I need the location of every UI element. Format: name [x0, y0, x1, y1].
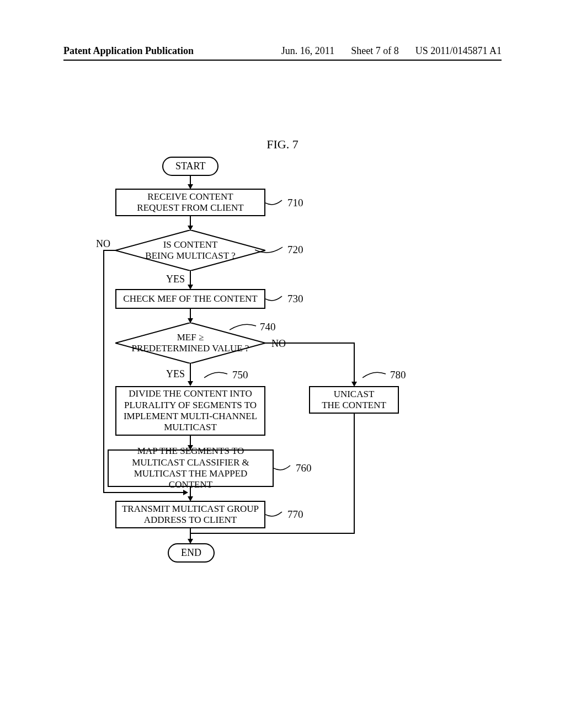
- arrow-line: [190, 436, 191, 446]
- ref-connector: [230, 322, 260, 333]
- no-label: NO: [96, 238, 110, 250]
- process-750: DIVIDE THE CONTENT INTO PLURALITY OF SEG…: [115, 386, 265, 436]
- arrow-line: [354, 414, 355, 534]
- decision-720-text: IS CONTENT BEING MULTICAST ?: [130, 239, 250, 262]
- ref-connector: [274, 463, 296, 474]
- arrow-line: [190, 309, 191, 319]
- arrow-line: [103, 492, 184, 493]
- header-pubno: US 2011/0145871 A1: [415, 45, 502, 57]
- arrow-line: [103, 250, 104, 493]
- ref-720: 720: [287, 244, 303, 256]
- ref-760: 760: [296, 462, 312, 474]
- process-780-text: UNICAST THE CONTENT: [322, 389, 386, 411]
- arrow-line: [190, 487, 191, 497]
- ref-connector: [255, 244, 288, 255]
- ref-770: 770: [287, 508, 303, 521]
- end-node: END: [168, 543, 215, 563]
- ref-connector: [363, 370, 390, 381]
- yes-label: YES: [166, 274, 185, 285]
- process-780: UNICAST THE CONTENT: [309, 386, 399, 414]
- start-node: START: [162, 157, 218, 176]
- ref-780: 780: [390, 369, 406, 381]
- process-710: RECEIVE CONTENT REQUEST FROM CLIENT: [115, 189, 265, 216]
- ref-730: 730: [287, 293, 303, 305]
- process-770: TRANSMIT MULTICAST GROUP ADDRESS TO CLIE…: [115, 501, 265, 528]
- header-left: Patent Application Publication: [63, 45, 194, 57]
- header-sheet: Sheet 7 of 8: [351, 45, 398, 57]
- arrow-line: [354, 342, 355, 382]
- ref-connector: [265, 509, 287, 520]
- process-760: MAP THE SEGMENTS TO MULTICAST CLASSIFIER…: [108, 449, 274, 487]
- header-right: Jun. 16, 2011 Sheet 7 of 8 US 2011/01458…: [281, 45, 502, 57]
- yes-label-740: YES: [166, 368, 185, 380]
- process-730: CHECK MEF OF THE CONTENT: [115, 289, 265, 309]
- decision-720: IS CONTENT BEING MULTICAST ?: [115, 230, 265, 271]
- figure-title: FIG. 7: [266, 137, 298, 152]
- arrow-line: [190, 528, 191, 539]
- arrow-line: [190, 216, 191, 226]
- arrow-line: [265, 342, 355, 344]
- ref-710: 710: [287, 197, 303, 209]
- arrow-line: [190, 175, 191, 185]
- ref-connector: [265, 293, 287, 304]
- process-710-text: RECEIVE CONTENT REQUEST FROM CLIENT: [137, 191, 243, 214]
- header-divider: [63, 60, 502, 61]
- flowchart: START RECEIVE CONTENT REQUEST FROM CLIEN…: [93, 157, 399, 598]
- process-770-text: TRANSMIT MULTICAST GROUP ADDRESS TO CLIE…: [122, 504, 259, 526]
- process-730-text: CHECK MEF OF THE CONTENT: [123, 293, 257, 304]
- arrow-head-icon: [183, 490, 188, 495]
- process-750-text: DIVIDE THE CONTENT INTO PLURALITY OF SEG…: [124, 388, 257, 433]
- arrow-line: [103, 250, 115, 251]
- arrow-head-icon: [188, 381, 193, 386]
- header-date: Jun. 16, 2011: [281, 45, 334, 57]
- arrow-line: [190, 533, 355, 534]
- arrow-line: [190, 271, 191, 285]
- ref-740: 740: [260, 321, 276, 333]
- no-label-740: NO: [271, 338, 286, 350]
- process-760-text: MAP THE SEGMENTS TO MULTICAST CLASSIFIER…: [113, 446, 268, 491]
- ref-connector: [204, 370, 232, 381]
- ref-750: 750: [232, 369, 248, 381]
- arrow-line: [190, 363, 191, 382]
- page-header: Patent Application Publication Jun. 16, …: [0, 45, 565, 57]
- ref-connector: [265, 197, 287, 208]
- decision-740-text: MEF ≥ PREDETERMINED VALUE ?: [130, 332, 250, 355]
